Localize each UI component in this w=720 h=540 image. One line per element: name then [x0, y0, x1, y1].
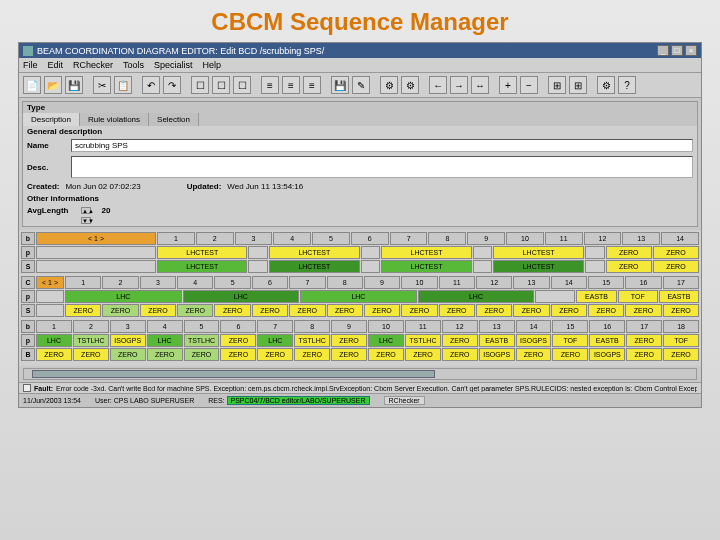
seq-col-header[interactable]: 11 [439, 276, 475, 289]
seq-cell[interactable]: ZERO [552, 348, 588, 361]
seq-cell[interactable]: ZERO [626, 334, 662, 347]
toolbar-button-31[interactable]: ⊞ [548, 76, 566, 94]
seq-span[interactable]: < 1 > [36, 276, 64, 289]
toolbar-button-34[interactable]: ⚙ [597, 76, 615, 94]
toolbar-button-35[interactable]: ? [618, 76, 636, 94]
seq-col-header[interactable]: 8 [428, 232, 466, 245]
seq-cell[interactable]: ISOGPS [516, 334, 552, 347]
toolbar-button-14[interactable]: ≡ [261, 76, 279, 94]
seq-col-header[interactable]: 13 [479, 320, 515, 333]
seq-cell[interactable] [535, 290, 575, 303]
seq-col-header[interactable]: 5 [184, 320, 220, 333]
seq-cell[interactable]: ZERO [364, 304, 400, 317]
seq-col-header[interactable]: 2 [102, 276, 138, 289]
seq-cell[interactable]: LHC [183, 290, 300, 303]
seq-cell[interactable]: ZERO [368, 348, 404, 361]
seq-col-header[interactable]: 18 [663, 320, 699, 333]
seq-cell[interactable]: ZERO [653, 246, 699, 259]
menu-file[interactable]: File [23, 60, 38, 70]
seq-cell[interactable]: LHCTEST [157, 260, 247, 273]
seq-cell[interactable]: ZERO [606, 246, 652, 259]
seq-col-header[interactable]: 2 [73, 320, 109, 333]
seq-cell[interactable]: ZERO [294, 348, 330, 361]
seq-cell[interactable]: LHC [418, 290, 535, 303]
seq-cell[interactable]: ISOGPS [110, 334, 146, 347]
seq-col-header[interactable]: 1 [157, 232, 195, 245]
seq-cell[interactable]: ZERO [147, 348, 183, 361]
menu-edit[interactable]: Edit [48, 60, 64, 70]
seq-col-header[interactable]: 14 [516, 320, 552, 333]
status-rchecker-button[interactable]: RChecker [384, 396, 425, 405]
toolbar-button-2[interactable]: 💾 [65, 76, 83, 94]
seq-cell[interactable]: EASTB [576, 290, 616, 303]
toolbar-button-11[interactable]: ☐ [212, 76, 230, 94]
maximize-button[interactable]: □ [671, 45, 683, 56]
seq-cell[interactable]: TSTLHC [294, 334, 330, 347]
seq-col-header[interactable]: 1 [65, 276, 101, 289]
seq-cell[interactable]: LHC [147, 334, 183, 347]
seq-col-header[interactable]: 14 [661, 232, 699, 245]
fault-checkbox[interactable] [23, 384, 31, 392]
seq-col-header[interactable]: 5 [214, 276, 250, 289]
seq-cell[interactable]: TSTLHC [184, 334, 220, 347]
seq-cell[interactable]: ISOGPS [589, 348, 625, 361]
seq-cell[interactable]: TSTLHC [405, 334, 441, 347]
seq-cell[interactable]: ZERO [289, 304, 325, 317]
seq-cell[interactable]: ZERO [625, 304, 661, 317]
seq-cell[interactable]: LHC [300, 290, 417, 303]
seq-cell[interactable]: LHC [65, 290, 182, 303]
seq-cell[interactable]: ZERO [102, 304, 138, 317]
seq-col-header[interactable]: 12 [476, 276, 512, 289]
tab-ruleviolations[interactable]: Rule violations [80, 113, 149, 126]
seq-cell[interactable]: ZERO [110, 348, 146, 361]
toolbar-button-21[interactable]: ⚙ [380, 76, 398, 94]
seq-rowlabel[interactable]: p [21, 246, 35, 259]
seq-col-header[interactable]: 12 [584, 232, 622, 245]
seq-col-header[interactable]: 17 [663, 276, 699, 289]
tab-selection[interactable]: Selection [149, 113, 199, 126]
seq-pad[interactable] [36, 290, 64, 303]
seq-cell[interactable]: ZERO [588, 304, 624, 317]
toolbar-button-15[interactable]: ≡ [282, 76, 300, 94]
seq-cell[interactable]: LHC [257, 334, 293, 347]
seq-cell[interactable]: LHCTEST [157, 246, 247, 259]
seq-cell[interactable]: LHCTEST [493, 260, 583, 273]
toolbar-button-26[interactable]: ↔ [471, 76, 489, 94]
seq-col-header[interactable]: 4 [273, 232, 311, 245]
seq-cell[interactable]: ZERO [439, 304, 475, 317]
seq-col-header[interactable]: 16 [589, 320, 625, 333]
seq-cell[interactable] [361, 246, 381, 259]
seq-col-header[interactable]: 11 [405, 320, 441, 333]
seq-cell[interactable]: ZERO [184, 348, 220, 361]
seq-col-header[interactable]: 9 [331, 320, 367, 333]
seq-cell[interactable]: ZERO [257, 348, 293, 361]
avglength-spin-up[interactable]: ▲▲ [81, 207, 91, 214]
seq-col-header[interactable]: 16 [625, 276, 661, 289]
seq-rowlabel[interactable]: B [21, 348, 35, 361]
seq-cell[interactable]: ZERO [220, 334, 256, 347]
seq-cell[interactable]: ZERO [513, 304, 549, 317]
seq-cell[interactable] [473, 246, 493, 259]
toolbar-button-16[interactable]: ≡ [303, 76, 321, 94]
seq-col-header[interactable]: 4 [177, 276, 213, 289]
seq-col-header[interactable]: 15 [552, 320, 588, 333]
close-button[interactable]: × [685, 45, 697, 56]
seq-rowlabel[interactable]: S [21, 304, 35, 317]
seq-col-header[interactable]: 10 [401, 276, 437, 289]
seq-col-header[interactable]: 6 [220, 320, 256, 333]
toolbar-button-12[interactable]: ☐ [233, 76, 251, 94]
seq-cell[interactable]: LHC [36, 334, 72, 347]
toolbar-button-28[interactable]: + [499, 76, 517, 94]
seq-cell[interactable]: ZERO [476, 304, 512, 317]
desc-field[interactable] [71, 156, 693, 178]
scrollbar-thumb[interactable] [32, 370, 435, 378]
toolbar-button-5[interactable]: 📋 [114, 76, 132, 94]
seq-cell[interactable]: LHCTEST [493, 246, 583, 259]
menu-tools[interactable]: Tools [123, 60, 144, 70]
seq-col-header[interactable]: 13 [622, 232, 660, 245]
avglength-spin-down[interactable]: ▼▼ [81, 217, 91, 224]
seq-pad[interactable] [36, 246, 156, 259]
seq-cell[interactable]: ZERO [220, 348, 256, 361]
seq-cell[interactable]: LHC [368, 334, 404, 347]
seq-cell[interactable]: ZERO [653, 260, 699, 273]
